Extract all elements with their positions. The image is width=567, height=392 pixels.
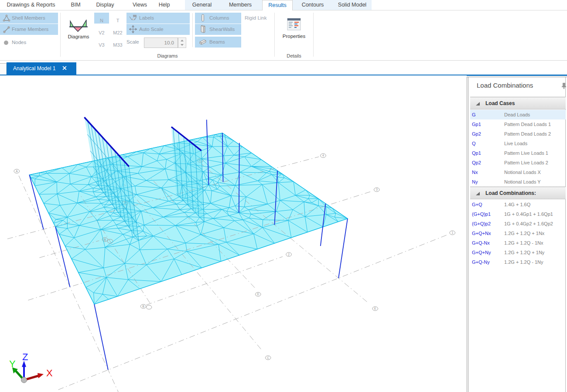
svg-text:1: 1 bbox=[451, 231, 453, 234]
svg-text:2: 2 bbox=[288, 253, 290, 256]
svg-text:B: B bbox=[142, 305, 144, 308]
svg-text:X: X bbox=[46, 368, 53, 378]
svg-text:Z: Z bbox=[22, 351, 28, 362]
svg-text:E: E bbox=[374, 307, 376, 310]
svg-text:C: C bbox=[267, 356, 269, 359]
svg-text:A: A bbox=[16, 170, 18, 173]
svg-text:B: B bbox=[104, 238, 106, 241]
svg-text:3: 3 bbox=[376, 188, 378, 191]
svg-text:D: D bbox=[257, 293, 259, 296]
svg-text:Y: Y bbox=[9, 358, 16, 369]
svg-text:4: 4 bbox=[322, 154, 324, 157]
